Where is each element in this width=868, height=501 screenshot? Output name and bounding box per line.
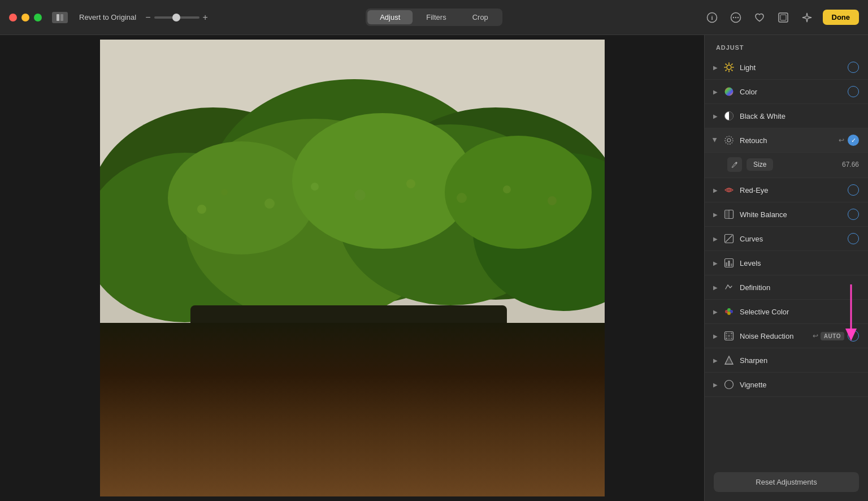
right-tools: i Done — [704, 10, 860, 25]
crop-icon[interactable] — [775, 10, 791, 25]
chevron-right-icon: ▶ — [711, 332, 719, 340]
size-value: 67.66 — [842, 161, 859, 169]
adjust-label-sharpen: Sharpen — [740, 356, 859, 365]
photo — [100, 40, 605, 496]
svg-point-52 — [727, 139, 731, 142]
svg-rect-0 — [57, 14, 59, 21]
svg-rect-1 — [60, 14, 63, 21]
chevron-right-icon: ▶ — [711, 235, 719, 243]
adjust-item-retouch[interactable]: ▶ Retouch ↩ ✓ — [705, 128, 868, 153]
svg-line-30 — [100, 464, 605, 469]
adjust-item-curves[interactable]: ▶ Curves — [705, 227, 868, 251]
tab-adjust[interactable]: Adjust — [367, 10, 413, 24]
tab-filters[interactable]: Filters — [414, 10, 458, 24]
svg-point-37 — [457, 193, 467, 203]
adjust-item-levels[interactable]: ▶ Levels — [705, 251, 868, 275]
fullscreen-button[interactable] — [34, 14, 42, 21]
adjust-item-black-white[interactable]: ▶ Black & White — [705, 104, 868, 128]
svg-rect-61 — [728, 261, 730, 266]
white-balance-toggle[interactable] — [848, 209, 859, 220]
adjust-label-red-eye: Red-Eye — [740, 186, 848, 195]
retouch-enabled-toggle[interactable]: ✓ — [848, 135, 859, 146]
close-button[interactable] — [9, 14, 17, 21]
adjust-item-vignette[interactable]: ▶ Vignette — [705, 373, 868, 397]
minimize-button[interactable] — [21, 14, 29, 21]
favorites-icon[interactable] — [752, 10, 767, 25]
done-button[interactable]: Done — [823, 10, 860, 25]
svg-point-31 — [197, 205, 206, 214]
svg-point-51 — [725, 136, 733, 144]
svg-line-46 — [732, 70, 732, 71]
svg-rect-74 — [726, 338, 727, 339]
svg-rect-26 — [100, 407, 605, 496]
adjust-item-sharpen[interactable]: ▶ Sharpen — [705, 348, 868, 373]
zoom-in-button[interactable]: + — [203, 12, 208, 23]
chevron-down-icon: ▶ — [711, 136, 719, 144]
adjust-item-white-balance[interactable]: ▶ White Balance — [705, 202, 868, 227]
brush-icon[interactable] — [727, 157, 742, 172]
svg-point-49 — [725, 88, 734, 96]
retouch-extras: ↩ ✓ — [839, 135, 859, 146]
svg-rect-25 — [100, 396, 605, 407]
svg-rect-73 — [731, 335, 732, 337]
titlebar: Revert to Original − + Adjust Filters Cr… — [0, 0, 868, 35]
adjust-item-red-eye[interactable]: ▶ Red-Eye — [705, 178, 868, 202]
auto-badge: AUTO — [821, 332, 844, 340]
svg-line-29 — [100, 452, 605, 458]
svg-rect-60 — [726, 262, 727, 266]
svg-point-7 — [737, 16, 738, 18]
adjust-item-noise-reduction[interactable]: ▶ Noise Reduction — [705, 324, 868, 348]
svg-line-48 — [726, 70, 726, 71]
adjust-label-color: Color — [740, 88, 848, 96]
svg-point-20 — [292, 113, 473, 249]
svg-point-6 — [735, 16, 736, 18]
chevron-right-icon: ▶ — [711, 283, 719, 291]
svg-point-32 — [221, 189, 228, 196]
revert-to-original-button[interactable]: Revert to Original — [79, 13, 136, 21]
adjust-item-selective-color[interactable]: ▶ Selective Color — [705, 300, 868, 324]
svg-point-19 — [168, 141, 315, 254]
svg-rect-9 — [780, 15, 786, 20]
undo-icon[interactable]: ↩ — [839, 136, 844, 144]
chevron-right-icon: ▶ — [711, 112, 719, 120]
adjust-label-levels: Levels — [740, 259, 859, 267]
adjust-item-definition[interactable]: ▶ Definition — [705, 275, 868, 300]
reset-adjustments-button[interactable]: Reset Adjustments — [714, 472, 859, 492]
svg-line-27 — [100, 418, 605, 424]
image-area — [0, 35, 704, 501]
sparkle-icon[interactable] — [799, 10, 815, 25]
svg-line-45 — [726, 64, 726, 64]
noise-reduction-toggle[interactable] — [848, 330, 859, 342]
tab-crop[interactable]: Crop — [460, 10, 501, 24]
zoom-out-button[interactable]: − — [145, 12, 150, 23]
curves-toggle[interactable] — [848, 233, 859, 244]
svg-rect-70 — [731, 332, 732, 334]
adjust-label-light: Light — [740, 63, 848, 72]
noise-undo-icon[interactable]: ↩ — [813, 332, 818, 340]
svg-text:i: i — [711, 14, 713, 21]
retouch-icon — [723, 134, 735, 146]
adjust-item-light[interactable]: ▶ Light — [705, 55, 868, 80]
svg-point-5 — [732, 16, 734, 18]
red-eye-toggle[interactable] — [848, 184, 859, 196]
chevron-right-icon: ▶ — [711, 381, 719, 388]
chevron-right-icon: ▶ — [711, 308, 719, 316]
noise-reduction-icon — [723, 330, 735, 342]
view-single-button[interactable] — [52, 12, 68, 23]
adjust-item-color[interactable]: ▶ Color — [705, 80, 868, 104]
traffic-lights — [9, 14, 42, 21]
svg-rect-57 — [725, 210, 730, 219]
color-toggle[interactable] — [848, 86, 859, 97]
svg-rect-71 — [726, 335, 727, 337]
svg-rect-68 — [726, 332, 727, 334]
info-icon[interactable]: i — [704, 10, 720, 25]
zoom-slider[interactable] — [154, 16, 199, 19]
light-toggle[interactable] — [848, 62, 859, 73]
chevron-right-icon: ▶ — [711, 210, 719, 218]
chevron-right-icon: ▶ — [711, 186, 719, 194]
svg-rect-69 — [728, 332, 730, 334]
more-options-icon[interactable] — [728, 10, 744, 25]
levels-icon — [723, 257, 735, 269]
tab-group: Adjust Filters Crop — [366, 8, 502, 26]
svg-rect-76 — [731, 338, 732, 339]
